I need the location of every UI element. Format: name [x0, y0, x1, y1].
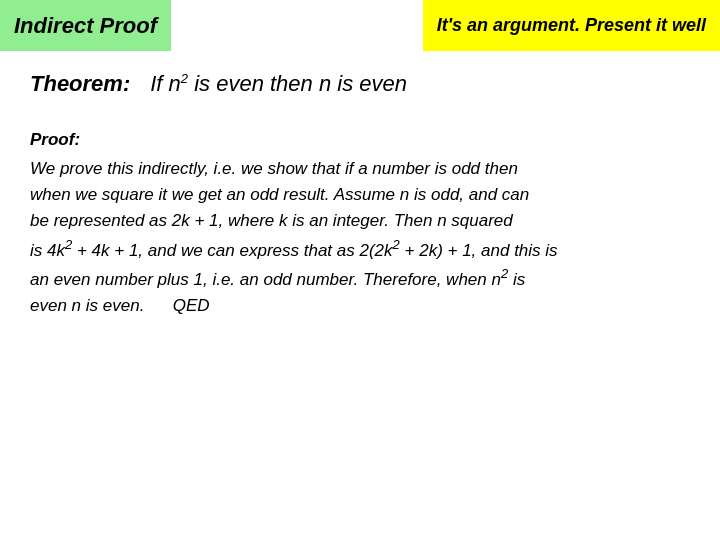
proof-body: We prove this indirectly, i.e. we show t… [30, 156, 690, 319]
main-content: Theorem: If n2 is even then n is even Pr… [0, 51, 720, 339]
theorem-statement: If n2 is even then n is even [150, 71, 407, 97]
n2-sup: 2 [501, 266, 508, 281]
tagline-text: It's an argument. Present it well [437, 15, 706, 36]
n-squared-sup: 2 [181, 71, 188, 86]
page-title: Indirect Proof [14, 13, 157, 39]
2k-squared-sup: 2 [393, 237, 400, 252]
tagline-box: It's an argument. Present it well [423, 0, 720, 51]
theorem-line: Theorem: If n2 is even then n is even [30, 71, 690, 97]
title-box: Indirect Proof [0, 0, 171, 51]
header-bar: Indirect Proof It's an argument. Present… [0, 0, 720, 51]
proof-section: Proof: We prove this indirectly, i.e. we… [30, 127, 690, 319]
theorem-label: Theorem: [30, 71, 130, 97]
proof-label: Proof: [30, 127, 690, 153]
4k-squared-sup: 2 [65, 237, 72, 252]
